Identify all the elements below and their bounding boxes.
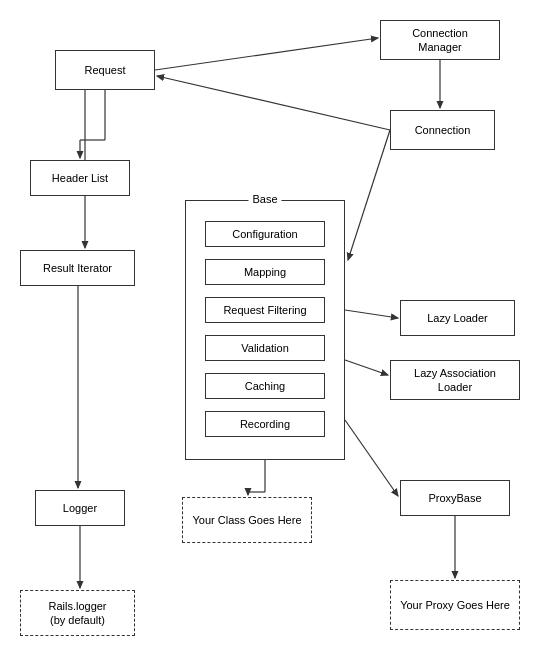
your-class-box: Your Class Goes Here (182, 497, 312, 543)
lazy-loader-label: Lazy Loader (427, 311, 488, 325)
logger-label: Logger (63, 501, 97, 515)
base-group: Base Configuration Mapping Request Filte… (185, 200, 345, 460)
connection-manager-label: ConnectionManager (412, 26, 468, 55)
your-class-label: Your Class Goes Here (192, 513, 301, 527)
svg-line-15 (345, 420, 398, 496)
validation-box: Validation (205, 335, 325, 361)
logger-box: Logger (35, 490, 125, 526)
config-box: Configuration (205, 221, 325, 247)
svg-line-0 (155, 38, 378, 70)
connection-manager-box: ConnectionManager (380, 20, 500, 60)
validation-label: Validation (241, 342, 289, 354)
svg-line-9 (348, 130, 390, 260)
config-label: Configuration (232, 228, 297, 240)
svg-line-2 (157, 76, 390, 130)
lazy-assoc-label: Lazy AssociationLoader (414, 366, 496, 395)
recording-box: Recording (205, 411, 325, 437)
result-iterator-label: Result Iterator (43, 261, 112, 275)
recording-label: Recording (240, 418, 290, 430)
header-list-box: Header List (30, 160, 130, 196)
mapping-box: Mapping (205, 259, 325, 285)
base-label: Base (248, 193, 281, 205)
proxy-base-label: ProxyBase (428, 491, 481, 505)
svg-line-14 (345, 360, 388, 375)
result-iterator-box: Result Iterator (20, 250, 135, 286)
caching-label: Caching (245, 380, 285, 392)
lazy-loader-box: Lazy Loader (400, 300, 515, 336)
diagram: Request ConnectionManager Connection Hea… (0, 0, 538, 672)
header-list-label: Header List (52, 171, 108, 185)
request-label: Request (85, 63, 126, 77)
svg-line-13 (345, 310, 398, 318)
connection-label: Connection (415, 123, 471, 137)
proxy-base-box: ProxyBase (400, 480, 510, 516)
your-proxy-box: Your Proxy Goes Here (390, 580, 520, 630)
request-filtering-label: Request Filtering (223, 304, 306, 316)
request-filtering-box: Request Filtering (205, 297, 325, 323)
mapping-label: Mapping (244, 266, 286, 278)
connection-box: Connection (390, 110, 495, 150)
your-proxy-label: Your Proxy Goes Here (400, 598, 510, 612)
rails-logger-box: Rails.logger(by default) (20, 590, 135, 636)
request-box: Request (55, 50, 155, 90)
rails-logger-label: Rails.logger(by default) (48, 599, 106, 628)
lazy-assoc-box: Lazy AssociationLoader (390, 360, 520, 400)
caching-box: Caching (205, 373, 325, 399)
